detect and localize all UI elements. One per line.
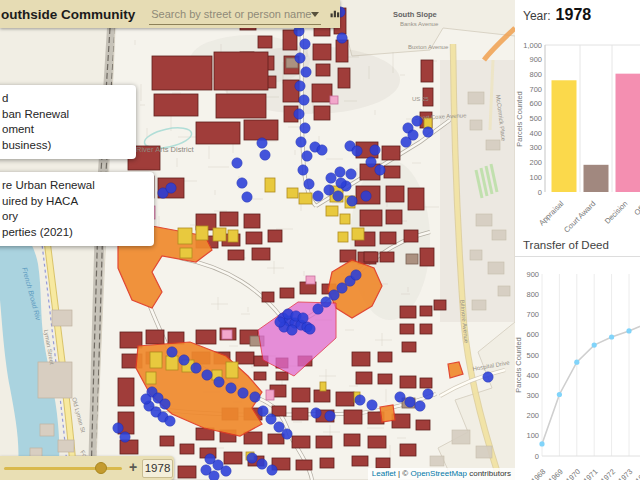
legend-item[interactable]: ory <box>0 209 144 225</box>
map-marker[interactable] <box>329 290 339 300</box>
map-marker[interactable] <box>237 178 247 188</box>
map-marker[interactable] <box>423 389 433 399</box>
parcel[interactable] <box>352 456 368 466</box>
parcel[interactable] <box>265 178 275 192</box>
parcel[interactable] <box>400 324 414 334</box>
legend-item[interactable]: d <box>0 91 126 107</box>
legend-item[interactable]: perties (2021) <box>0 225 144 241</box>
parcel[interactable] <box>314 106 330 120</box>
map-marker[interactable] <box>298 165 308 175</box>
map-marker[interactable] <box>301 67 311 77</box>
map-marker[interactable] <box>287 325 297 335</box>
map-marker[interactable] <box>274 422 284 432</box>
map-marker[interactable] <box>300 39 310 49</box>
map-marker[interactable] <box>191 363 201 373</box>
map-marker[interactable] <box>238 388 248 398</box>
map-marker[interactable] <box>370 145 380 155</box>
parcel[interactable] <box>421 60 433 82</box>
map-marker[interactable] <box>221 466 231 476</box>
map-marker[interactable] <box>295 53 305 63</box>
bar-chart-icon[interactable] <box>330 6 340 22</box>
map-marker[interactable] <box>232 158 242 168</box>
legend-item[interactable]: re Urban Renewal <box>0 178 144 194</box>
parcel[interactable] <box>344 434 360 446</box>
parcel[interactable] <box>292 408 308 420</box>
parcel[interactable] <box>220 212 238 226</box>
parcel[interactable] <box>180 248 192 258</box>
map-marker[interactable] <box>226 383 236 393</box>
map-marker[interactable] <box>165 416 175 426</box>
map-marker[interactable] <box>412 116 422 126</box>
map-marker[interactable] <box>298 313 308 323</box>
parcel[interactable] <box>178 228 192 244</box>
parcel[interactable] <box>213 228 226 241</box>
map-panel[interactable]: South SlopeBanks AvenueBuxton AvenueUS 2… <box>0 0 515 480</box>
parcel[interactable] <box>292 388 310 402</box>
parcel[interactable] <box>420 324 432 334</box>
map-marker[interactable] <box>266 414 276 424</box>
parcel[interactable] <box>178 466 196 478</box>
legend-item[interactable]: business) <box>0 138 126 154</box>
map-marker[interactable] <box>302 151 312 161</box>
map-marker[interactable] <box>202 370 212 380</box>
map-marker[interactable] <box>336 178 346 188</box>
map-marker[interactable] <box>257 459 267 469</box>
map-marker[interactable] <box>247 453 257 463</box>
legend-item[interactable]: uired by HACA <box>0 194 144 210</box>
parcel[interactable] <box>306 276 315 284</box>
parcel[interactable] <box>180 444 194 454</box>
leaflet-link[interactable]: Leaflet <box>372 469 396 478</box>
parcel[interactable] <box>196 330 216 344</box>
parcel[interactable] <box>146 330 164 344</box>
parcel[interactable] <box>434 300 446 310</box>
parcel[interactable] <box>254 372 266 380</box>
map-marker[interactable] <box>321 297 331 307</box>
parcel[interactable] <box>320 458 334 468</box>
parcel[interactable] <box>386 210 402 224</box>
parcel[interactable] <box>224 452 242 464</box>
parcel[interactable] <box>252 248 270 260</box>
parcel[interactable] <box>352 352 370 366</box>
parcel[interactable] <box>266 390 274 400</box>
parcel[interactable] <box>268 434 284 444</box>
map-marker[interactable] <box>351 270 361 280</box>
slider-knob[interactable] <box>95 462 107 474</box>
parcel[interactable] <box>216 94 266 118</box>
parcel[interactable] <box>314 390 330 402</box>
parcel[interactable] <box>416 420 430 430</box>
parcel[interactable] <box>150 352 162 368</box>
parcel[interactable] <box>352 228 364 240</box>
parcel[interactable] <box>214 52 268 90</box>
parcel[interactable] <box>228 230 238 242</box>
map-marker[interactable] <box>415 401 425 411</box>
parcel[interactable] <box>258 36 272 48</box>
map-marker[interactable] <box>317 145 327 155</box>
parcel[interactable] <box>364 252 378 262</box>
parcel[interactable] <box>287 188 298 198</box>
parcel[interactable] <box>338 232 348 242</box>
parcel[interactable] <box>299 193 312 204</box>
map-marker[interactable] <box>160 399 170 409</box>
parcel[interactable] <box>146 372 156 384</box>
parcel[interactable] <box>402 342 416 352</box>
map-marker[interactable] <box>282 429 292 439</box>
map-marker[interactable] <box>300 123 310 133</box>
map-marker[interactable] <box>375 165 385 175</box>
parcel[interactable] <box>400 376 416 388</box>
parcel[interactable] <box>244 120 278 140</box>
parcel[interactable] <box>262 292 274 302</box>
parcel[interactable] <box>420 306 432 316</box>
map-marker[interactable] <box>346 169 356 179</box>
parcel[interactable] <box>272 406 286 416</box>
parcel[interactable] <box>344 410 362 424</box>
parcel[interactable] <box>222 330 232 339</box>
parcel[interactable] <box>316 436 332 448</box>
parcel[interactable] <box>296 460 312 470</box>
map-marker[interactable] <box>258 406 268 416</box>
parcel[interactable] <box>420 378 432 388</box>
map-marker[interactable] <box>337 283 347 293</box>
parcel[interactable] <box>312 84 332 102</box>
map-marker[interactable] <box>214 377 224 387</box>
map-marker[interactable] <box>361 191 371 201</box>
parcel[interactable] <box>408 188 424 210</box>
